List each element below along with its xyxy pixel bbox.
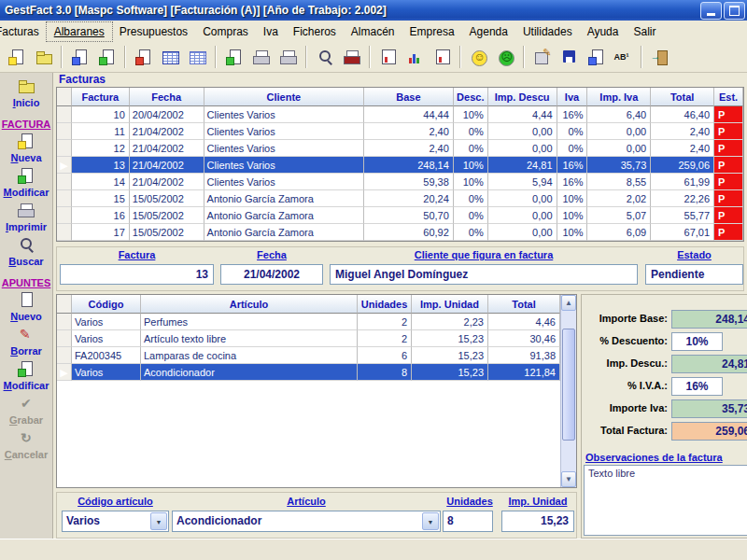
search-document-button[interactable] xyxy=(311,44,338,71)
cell-iva: 10% xyxy=(557,207,588,224)
item-row-articulo-texto-libre[interactable]: VariosArtículo texto libre215,2330,46 xyxy=(57,330,576,347)
save-disk-button[interactable] xyxy=(556,44,583,71)
sidebar: InicioFACTURANuevaModificarImprimirBusca… xyxy=(0,73,53,539)
cell-articulo: Acondicionador xyxy=(141,364,358,381)
line-chart-button[interactable] xyxy=(429,44,456,71)
chevron-down-icon[interactable]: ▼ xyxy=(150,512,167,530)
scrollbar-thumb[interactable] xyxy=(562,329,575,441)
menu-empresa[interactable]: Empresa xyxy=(402,22,462,41)
sidebar-item-buscar[interactable]: Buscar xyxy=(8,237,43,267)
bar-chart-button[interactable] xyxy=(402,44,429,71)
item-row-lamparas-de-cocina[interactable]: FA200345Lamparas de cocina615,2391,38 xyxy=(57,347,576,364)
report-chart-button[interactable] xyxy=(374,44,402,71)
export-document-icon xyxy=(98,49,117,65)
cell-base: 2,40 xyxy=(364,140,454,157)
cell-total: 55,77 xyxy=(651,207,714,224)
menu-utilidades[interactable]: Utilidades xyxy=(515,22,580,41)
cell-unidades: 8 xyxy=(358,364,412,381)
items-scrollbar[interactable]: ▲ ▼ xyxy=(560,295,576,487)
cliente-field[interactable]: Miguel Angel Domínguez xyxy=(330,264,638,285)
print-alt-icon xyxy=(279,49,298,65)
cell-factura: 11 xyxy=(72,123,130,140)
export-document-button[interactable] xyxy=(93,44,120,71)
menu-presupuestos[interactable]: Presupuestos xyxy=(112,22,195,41)
item-row-perfumes[interactable]: VariosPerfumes22,234,46 xyxy=(57,314,576,330)
print-red-button[interactable] xyxy=(338,44,365,71)
invoice-row-14[interactable]: 1421/04/2002Clientes Varios59,3810%5,941… xyxy=(57,174,743,190)
line-chart-icon xyxy=(433,49,452,65)
copy-document-button[interactable] xyxy=(66,44,93,71)
menu-agenda[interactable]: Agenda xyxy=(462,22,515,41)
total-label-total-factura-: Total Factura: xyxy=(582,425,668,436)
sad-face-button[interactable] xyxy=(492,44,519,71)
sidebar-item-nueva[interactable]: Nueva xyxy=(10,133,41,163)
cell-est: P xyxy=(714,140,743,157)
invoice-row-12[interactable]: 1221/04/2002Clientes Varios2,400%0,000%0… xyxy=(57,140,743,157)
new-document-button[interactable] xyxy=(3,44,30,71)
happy-face-button[interactable] xyxy=(465,44,492,71)
sidebar-item-modificar-2[interactable]: Modificar xyxy=(4,361,49,391)
font-ab-button[interactable] xyxy=(610,44,637,71)
cliente-label: Cliente que figura en factura xyxy=(330,249,638,260)
cell-imp-iva: 6,09 xyxy=(587,224,651,241)
menu-compras[interactable]: Compras xyxy=(195,22,256,41)
column-header-unidades: Unidades xyxy=(358,295,412,314)
cell-desc-: 0% xyxy=(454,190,488,207)
menu-iva[interactable]: Iva xyxy=(256,22,286,41)
scroll-up-button[interactable]: ▲ xyxy=(561,295,576,311)
open-folder-button[interactable] xyxy=(30,44,57,71)
menu-salir[interactable]: Salir xyxy=(626,22,663,41)
observations-textarea[interactable]: Texto libre xyxy=(584,465,747,536)
menu-albaranes[interactable]: Albaranes xyxy=(47,22,112,41)
menu-ayuda[interactable]: Ayuda xyxy=(580,22,627,41)
item-row-acondicionador[interactable]: ▶VariosAcondicionador815,23121,84 xyxy=(57,364,576,381)
item-units-input[interactable]: 8 xyxy=(443,511,493,532)
estado-field[interactable]: Pendiente xyxy=(645,264,743,285)
total-field--descuento-[interactable]: 10% xyxy=(671,332,723,351)
invoice-row-11[interactable]: 1121/04/2002Clientes Varios2,400%0,000%0… xyxy=(57,123,743,140)
print-alt-button[interactable] xyxy=(275,44,302,71)
new-invoice-icon xyxy=(17,133,35,149)
verify-document-button[interactable] xyxy=(220,44,247,71)
total-row-total-factura-: Total Factura:259,06 xyxy=(582,422,747,444)
chevron-down-icon[interactable]: ▼ xyxy=(422,512,439,530)
sidebar-item-grabar-label: Grabar xyxy=(9,414,43,426)
table-view-button[interactable] xyxy=(157,44,184,71)
total-field--i-v-a-[interactable]: 16% xyxy=(671,377,723,396)
cell-base: 20,24 xyxy=(364,190,454,207)
sidebar-item-borrar[interactable]: Borrar xyxy=(10,327,42,357)
sidebar-item-imprimir[interactable]: Imprimir xyxy=(6,203,47,232)
menu-facturas[interactable]: Facturas xyxy=(0,22,47,41)
cell-articulo: Perfumes xyxy=(141,314,358,330)
minimize-button[interactable] xyxy=(700,2,722,20)
factura-field[interactable]: 13 xyxy=(60,264,214,285)
exit-door-button[interactable] xyxy=(646,44,673,71)
item-article-combobox[interactable]: Acondicionador ▼ xyxy=(172,511,441,532)
cell-imp-unidad: 15,23 xyxy=(412,347,488,364)
invoice-row-15[interactable]: 1515/05/2002Antonio García Zamora20,240%… xyxy=(57,190,743,207)
invoice-row-17[interactable]: 1715/05/2002Antonio García Zamora60,920%… xyxy=(57,224,743,241)
estado-label: Estado xyxy=(645,249,743,260)
item-unit-price-input[interactable]: 15,23 xyxy=(501,511,574,532)
sidebar-item-inicio[interactable]: Inicio xyxy=(13,78,40,108)
cell-est: P xyxy=(714,123,743,140)
edit-notes-button[interactable] xyxy=(529,44,556,71)
menu-ficheros[interactable]: Ficheros xyxy=(286,22,344,41)
restore-button[interactable] xyxy=(724,2,745,20)
print-small-button[interactable] xyxy=(247,44,275,71)
invoice-row-13[interactable]: ▶1321/04/2002Clientes Varios248,1410%24,… xyxy=(57,157,743,174)
sidebar-item-modificar[interactable]: Modificar xyxy=(4,168,49,198)
sidebar-item-nuevo[interactable]: Nuevo xyxy=(10,292,42,322)
refresh-document-button[interactable] xyxy=(583,44,610,71)
import-document-button[interactable] xyxy=(130,44,157,71)
items-header-row: CódigoArtículoUnidadesImp. UnidadTotal xyxy=(57,295,576,314)
invoice-row-10[interactable]: 1020/04/2002Clientes Varios44,4410%4,441… xyxy=(57,106,743,123)
cell-desc-: 0% xyxy=(454,207,488,224)
invoice-row-16[interactable]: 1615/05/2002Antonio García Zamora50,700%… xyxy=(57,207,743,224)
menu-almacen[interactable]: Almacén xyxy=(344,22,402,41)
fecha-field[interactable]: 21/04/2002 xyxy=(220,264,323,285)
table-view-alt-button[interactable] xyxy=(184,44,211,71)
item-code-combobox[interactable]: Varios ▼ xyxy=(62,511,169,532)
factura-label: Factura xyxy=(60,249,214,260)
scroll-down-button[interactable]: ▼ xyxy=(561,471,576,487)
